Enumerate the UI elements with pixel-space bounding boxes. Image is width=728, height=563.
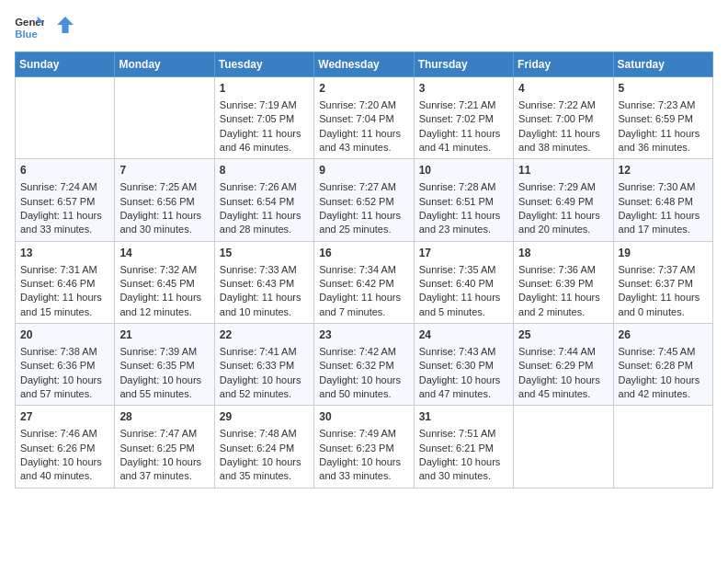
sunset-text: Sunset: 6:24 PM — [220, 442, 309, 455]
sunset-text: Sunset: 6:56 PM — [119, 195, 209, 209]
sunset-text: Sunset: 6:21 PM — [419, 442, 508, 455]
sunrise-text: Sunrise: 7:43 AM — [419, 345, 508, 359]
sunrise-text: Sunrise: 7:48 AM — [220, 427, 309, 441]
calendar-week-2: 6Sunrise: 7:24 AMSunset: 6:57 PMDaylight… — [16, 159, 713, 241]
sunrise-text: Sunrise: 7:38 AM — [20, 345, 109, 359]
sunset-text: Sunset: 6:45 PM — [119, 277, 209, 291]
header-day-saturday: Saturday — [613, 52, 712, 77]
calendar-cell: 30Sunrise: 7:49 AMSunset: 6:23 PMDayligh… — [314, 406, 414, 488]
sunset-text: Sunset: 6:49 PM — [518, 195, 608, 209]
sunrise-text: Sunrise: 7:51 AM — [419, 427, 508, 441]
daylight-text: Daylight: 11 hours and 46 minutes. — [220, 127, 309, 155]
sunset-text: Sunset: 6:48 PM — [619, 195, 708, 209]
daylight-text: Daylight: 11 hours and 28 minutes. — [220, 209, 309, 237]
day-number: 6 — [20, 163, 109, 178]
daylight-text: Daylight: 11 hours and 5 minutes. — [419, 291, 508, 319]
day-number: 12 — [619, 163, 708, 178]
sunrise-text: Sunrise: 7:24 AM — [20, 180, 109, 194]
calendar-cell — [514, 406, 613, 488]
calendar-cell: 11Sunrise: 7:29 AMSunset: 6:49 PMDayligh… — [514, 159, 613, 241]
sunset-text: Sunset: 6:46 PM — [20, 277, 109, 291]
calendar-cell: 8Sunrise: 7:26 AMSunset: 6:54 PMDaylight… — [214, 159, 313, 241]
sunrise-text: Sunrise: 7:39 AM — [119, 345, 209, 359]
calendar-week-1: 1Sunrise: 7:19 AMSunset: 7:05 PMDaylight… — [16, 77, 713, 159]
day-number: 18 — [518, 246, 608, 261]
day-number: 8 — [220, 163, 309, 178]
day-number: 24 — [419, 327, 508, 343]
calendar-cell: 17Sunrise: 7:35 AMSunset: 6:40 PMDayligh… — [414, 241, 513, 323]
sunrise-text: Sunrise: 7:49 AM — [319, 427, 408, 441]
day-number: 5 — [619, 81, 708, 97]
daylight-text: Daylight: 11 hours and 36 minutes. — [619, 127, 708, 155]
daylight-text: Daylight: 11 hours and 43 minutes. — [319, 127, 408, 155]
day-number: 10 — [419, 163, 508, 178]
day-number: 22 — [220, 327, 309, 343]
daylight-text: Daylight: 11 hours and 17 minutes. — [619, 209, 708, 237]
calendar-cell: 3Sunrise: 7:21 AMSunset: 7:02 PMDaylight… — [414, 77, 513, 159]
calendar-header-row: SundayMondayTuesdayWednesdayThursdayFrid… — [16, 52, 713, 77]
calendar-cell: 13Sunrise: 7:31 AMSunset: 6:46 PMDayligh… — [16, 241, 115, 323]
svg-text:Blue: Blue — [15, 29, 38, 40]
calendar-week-5: 27Sunrise: 7:46 AMSunset: 6:26 PMDayligh… — [16, 406, 713, 488]
calendar-cell: 5Sunrise: 7:23 AMSunset: 6:59 PMDaylight… — [613, 77, 712, 159]
sunset-text: Sunset: 6:35 PM — [119, 359, 209, 373]
header-day-monday: Monday — [115, 52, 214, 77]
day-number: 19 — [619, 246, 708, 261]
calendar-cell: 9Sunrise: 7:27 AMSunset: 6:52 PMDaylight… — [314, 159, 414, 241]
sunrise-text: Sunrise: 7:26 AM — [220, 180, 309, 194]
daylight-text: Daylight: 11 hours and 7 minutes. — [319, 291, 408, 319]
sunrise-text: Sunrise: 7:20 AM — [319, 98, 408, 112]
calendar-cell — [16, 77, 115, 159]
sunset-text: Sunset: 7:00 PM — [518, 112, 608, 126]
sunrise-text: Sunrise: 7:45 AM — [619, 345, 708, 359]
sunrise-text: Sunrise: 7:34 AM — [319, 263, 408, 277]
calendar-cell: 27Sunrise: 7:46 AMSunset: 6:26 PMDayligh… — [16, 406, 115, 488]
sunset-text: Sunset: 6:39 PM — [518, 277, 608, 291]
calendar-week-4: 20Sunrise: 7:38 AMSunset: 6:36 PMDayligh… — [16, 324, 713, 406]
sunrise-text: Sunrise: 7:35 AM — [419, 263, 508, 277]
day-number: 2 — [319, 81, 408, 97]
daylight-text: Daylight: 10 hours and 50 minutes. — [319, 373, 408, 402]
calendar-cell: 4Sunrise: 7:22 AMSunset: 7:00 PMDaylight… — [514, 77, 613, 159]
day-number: 25 — [518, 327, 608, 343]
daylight-text: Daylight: 11 hours and 33 minutes. — [20, 209, 109, 237]
sunset-text: Sunset: 6:29 PM — [518, 359, 608, 373]
sunset-text: Sunset: 6:51 PM — [419, 195, 508, 209]
sunrise-text: Sunrise: 7:31 AM — [20, 263, 109, 277]
calendar-cell: 31Sunrise: 7:51 AMSunset: 6:21 PMDayligh… — [414, 406, 513, 488]
calendar-cell: 1Sunrise: 7:19 AMSunset: 7:05 PMDaylight… — [214, 77, 313, 159]
sunset-text: Sunset: 6:59 PM — [619, 112, 708, 126]
day-number: 3 — [419, 81, 508, 97]
sunrise-text: Sunrise: 7:33 AM — [220, 263, 309, 277]
sunrise-text: Sunrise: 7:28 AM — [419, 180, 508, 194]
day-number: 20 — [20, 327, 109, 343]
daylight-text: Daylight: 11 hours and 12 minutes. — [119, 291, 209, 319]
calendar-cell: 24Sunrise: 7:43 AMSunset: 6:30 PMDayligh… — [414, 324, 513, 406]
header-day-sunday: Sunday — [16, 52, 115, 77]
daylight-text: Daylight: 11 hours and 41 minutes. — [419, 127, 508, 155]
sunrise-text: Sunrise: 7:25 AM — [119, 180, 209, 194]
sunset-text: Sunset: 6:52 PM — [319, 195, 408, 209]
daylight-text: Daylight: 11 hours and 2 minutes. — [518, 291, 608, 319]
sunrise-text: Sunrise: 7:29 AM — [518, 180, 608, 194]
sunset-text: Sunset: 7:04 PM — [319, 112, 408, 126]
day-number: 13 — [20, 246, 109, 261]
logo-icon: General Blue — [15, 15, 44, 40]
daylight-text: Daylight: 10 hours and 47 minutes. — [419, 373, 508, 402]
day-number: 7 — [119, 163, 209, 178]
daylight-text: Daylight: 11 hours and 20 minutes. — [518, 209, 608, 237]
calendar-cell — [613, 406, 712, 488]
daylight-text: Daylight: 10 hours and 37 minutes. — [119, 455, 209, 484]
daylight-text: Daylight: 11 hours and 0 minutes. — [619, 291, 708, 319]
daylight-text: Daylight: 10 hours and 33 minutes. — [319, 455, 408, 484]
sunrise-text: Sunrise: 7:42 AM — [319, 345, 408, 359]
day-number: 14 — [119, 246, 209, 261]
calendar-cell: 14Sunrise: 7:32 AMSunset: 6:45 PMDayligh… — [115, 241, 214, 323]
calendar-table: SundayMondayTuesdayWednesdayThursdayFrid… — [15, 52, 713, 488]
day-number: 15 — [220, 246, 309, 261]
daylight-text: Daylight: 10 hours and 42 minutes. — [619, 373, 708, 402]
sunrise-text: Sunrise: 7:46 AM — [20, 427, 109, 441]
day-number: 23 — [319, 327, 408, 343]
calendar-cell: 16Sunrise: 7:34 AMSunset: 6:42 PMDayligh… — [314, 241, 414, 323]
daylight-text: Daylight: 11 hours and 23 minutes. — [419, 209, 508, 237]
